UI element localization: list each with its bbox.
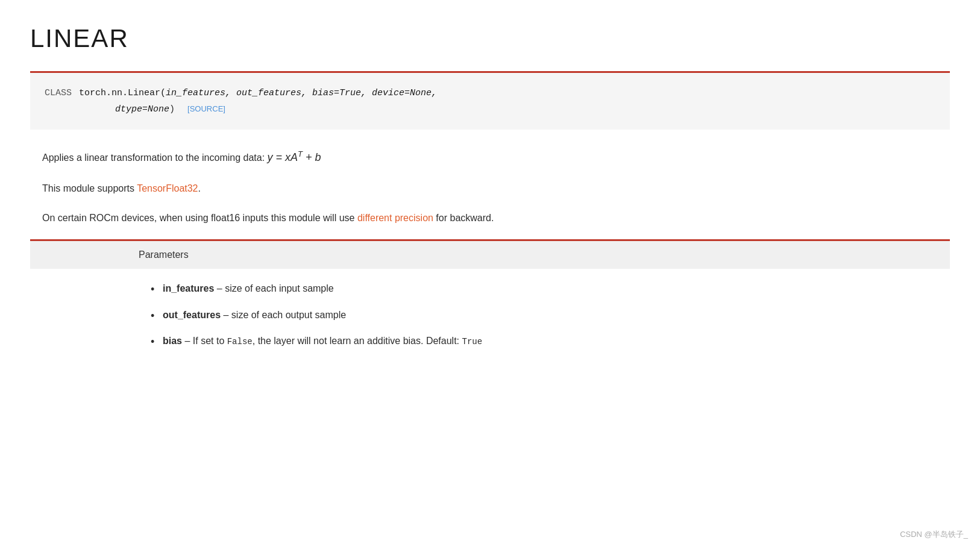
tensorfloat32-link[interactable]: TensorFloat32 [137, 183, 198, 193]
para3-prefix: On certain ROCm devices, when using floa… [42, 213, 357, 223]
parameters-label: Parameters [139, 249, 189, 260]
param-name-out-features: out_features [163, 310, 221, 320]
parameters-header: Parameters [30, 241, 950, 269]
parameters-list: in_features – size of each input sample … [30, 269, 950, 372]
description-para-2: This module supports TensorFloat32. [42, 180, 950, 196]
param-desc-bias-prefix: – If set to [182, 336, 227, 346]
list-item: out_features – size of each output sampl… [151, 307, 938, 323]
param-desc-in-features: – size of each input sample [214, 283, 333, 293]
param-code-false: False [227, 337, 253, 347]
list-item: in_features – size of each input sample [151, 281, 938, 296]
class-name: torch.nn.Linear( [79, 88, 166, 98]
para1-text: Applies a linear transformation to the i… [42, 152, 268, 163]
para3-suffix: for backward. [433, 213, 494, 223]
param-name-bias: bias [163, 336, 182, 346]
different-precision-link[interactable]: different precision [357, 213, 433, 223]
class-close-paren: ) [169, 104, 175, 114]
source-link[interactable]: [SOURCE] [187, 104, 225, 113]
class-definition-block: CLASStorch.nn.Linear(in_features, out_fe… [30, 71, 950, 130]
param-desc-bias-middle: , the layer will not learn an additive b… [253, 336, 462, 346]
class-params-line1: in_features, out_features, bias=True, de… [166, 88, 437, 98]
class-params-line2: dtype=None [115, 104, 169, 114]
param-name-in-features: in_features [163, 283, 214, 293]
param-desc-out-features: – size of each output sample [221, 310, 346, 320]
parameters-section: Parameters in_features – size of each in… [30, 239, 950, 372]
param-code-true: True [462, 337, 482, 347]
list-item: bias – If set to False, the layer will n… [151, 333, 938, 349]
description-section: Applies a linear transformation to the i… [30, 148, 950, 226]
page-title: LINEAR [30, 24, 950, 53]
math-formula: y = xAT + b [268, 151, 321, 163]
description-para-1: Applies a linear transformation to the i… [42, 148, 950, 167]
description-para-3: On certain ROCm devices, when using floa… [42, 210, 950, 226]
para2-prefix: This module supports [42, 183, 137, 193]
class-keyword: CLASS [45, 88, 72, 98]
para2-suffix: . [198, 183, 201, 193]
